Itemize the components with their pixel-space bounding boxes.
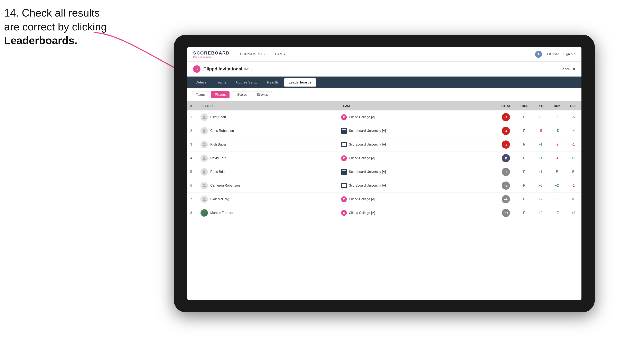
filter-bar: Teams Players Scores Strokes	[187, 88, 582, 101]
cell-total: E	[496, 152, 516, 165]
player-avatar	[200, 209, 208, 217]
svg-point-5	[203, 170, 205, 172]
team-icon-clippd: C	[341, 210, 347, 216]
tournament-subtitle: (Men)	[244, 67, 252, 71]
cell-total: -2	[496, 138, 516, 152]
cell-player: Cameron Robertson	[197, 179, 338, 192]
score-badge: -4	[502, 127, 510, 135]
cell-pos: 4	[187, 152, 197, 165]
cell-rd3: E	[565, 165, 582, 179]
cell-rd3: -5	[565, 110, 582, 124]
cell-pos: 1	[187, 110, 197, 124]
team-icon-clippd: C	[341, 114, 347, 120]
tab-leaderboards[interactable]: Leaderboards	[284, 78, 316, 87]
tabs-bar: Details Teams Course Setup Results Leade…	[187, 77, 582, 88]
player-avatar	[200, 127, 208, 135]
top-nav: SCOREBOARD Powered by clippd TOURNAMENTS…	[187, 47, 582, 62]
team-icon-clippd: C	[341, 196, 347, 202]
team-icon-scoreboard	[341, 169, 347, 175]
logo-text: SCOREBOARD	[193, 50, 230, 56]
cell-rd2: -2	[549, 138, 565, 152]
cell-team: Scoreboard University [A]	[338, 179, 496, 192]
cell-pos: 5	[187, 165, 197, 179]
cell-player: David Ford	[197, 152, 338, 165]
cell-team: Scoreboard University [A]	[338, 124, 496, 138]
instruction-text: 14. Check all results are correct by cli…	[4, 6, 107, 48]
player-avatar	[200, 114, 208, 121]
filter-teams[interactable]: Teams	[192, 91, 209, 98]
cell-team: CClippd College [A]	[338, 110, 496, 124]
cell-rd1: +5	[532, 179, 549, 192]
table-header-row: # PLAYER TEAM TOTAL THRU RD1 RD2 RD3	[187, 101, 582, 110]
team-icon-scoreboard	[341, 183, 347, 188]
team-name: Scoreboard University [A]	[349, 129, 386, 133]
score-badge: -8	[502, 113, 510, 121]
cell-player: Marcus Turners	[197, 206, 338, 220]
col-total: TOTAL	[496, 101, 516, 110]
nav-tournaments[interactable]: TOURNAMENTS	[238, 51, 265, 57]
table-row: 2Chris Robertson Scoreboard University […	[187, 124, 582, 138]
tab-teams[interactable]: Teams	[212, 78, 231, 87]
col-rd2: RD2	[549, 101, 565, 110]
col-thru: THRU	[516, 101, 532, 110]
cell-pos: 6	[187, 179, 197, 192]
tournament-icon: C	[193, 65, 200, 73]
cell-total: +1	[496, 165, 516, 179]
leaderboard-table: # PLAYER TEAM TOTAL THRU RD1 RD2 RD3 1El…	[187, 101, 582, 300]
player-avatar	[200, 182, 208, 189]
team-icon-scoreboard	[341, 142, 347, 147]
svg-point-2	[203, 129, 205, 131]
cell-pos: 3	[187, 138, 197, 152]
cell-player: Rich Butler	[197, 138, 338, 152]
instruction-line1: 14. Check all results	[4, 7, 100, 19]
svg-point-6	[203, 184, 205, 185]
col-player: PLAYER	[197, 101, 338, 110]
cell-total: -8	[496, 110, 516, 124]
player-name: Marcus Turners	[210, 211, 233, 215]
cell-thru: F	[516, 165, 532, 179]
player-name: Blair McHarg	[210, 197, 229, 201]
player-name: Rich Butler	[210, 143, 226, 146]
score-badge: -2	[502, 141, 510, 149]
cell-total: -4	[496, 124, 516, 138]
player-name: Rees Britt	[210, 170, 224, 174]
filter-strokes[interactable]: Strokes	[253, 91, 272, 98]
table-row: 6Cameron Robertson Scoreboard University…	[187, 179, 582, 192]
tab-details[interactable]: Details	[191, 78, 211, 87]
col-rd1: RD1	[532, 101, 549, 110]
cell-rd3: -1	[565, 138, 582, 152]
nav-links: TOURNAMENTS TEAMS	[238, 51, 535, 57]
cancel-button[interactable]: Cancel ✕	[559, 67, 575, 71]
cell-rd2: -6	[549, 110, 565, 124]
cell-rd3: -1	[565, 179, 582, 192]
cell-team: CClippd College [A]	[338, 206, 496, 220]
team-name: Scoreboard University [A]	[349, 170, 386, 174]
cell-team: CClippd College [A]	[338, 192, 496, 206]
team-name: Clippd College [A]	[349, 211, 375, 215]
filter-players[interactable]: Players	[211, 91, 230, 98]
team-name: Clippd College [A]	[349, 197, 375, 201]
cell-player: Blair McHarg	[197, 192, 338, 206]
tab-results[interactable]: Results	[263, 78, 283, 87]
svg-point-4	[203, 157, 205, 158]
cell-team: Scoreboard University [A]	[338, 165, 496, 179]
player-name: Cameron Robertson	[210, 184, 240, 187]
team-name: Clippd College [A]	[349, 115, 375, 119]
score-badge: E	[502, 154, 510, 162]
cell-pos: 8	[187, 206, 197, 220]
cell-rd3: +3	[565, 152, 582, 165]
team-name: Scoreboard University [A]	[349, 184, 386, 187]
cell-total: +11	[496, 206, 516, 220]
tournament-header: C Clippd Invitational (Men) Cancel ✕	[187, 62, 582, 77]
cell-team: Scoreboard University [A]	[338, 138, 496, 152]
cell-rd2: +1	[549, 192, 565, 206]
cell-rd1: +2	[532, 206, 549, 220]
tab-course-setup[interactable]: Course Setup	[232, 78, 262, 87]
table-row: 3Rich Butler Scoreboard University [A]-2…	[187, 138, 582, 152]
filter-scores[interactable]: Scores	[233, 91, 251, 98]
player-name: Chris Robertson	[210, 129, 234, 133]
tournament-title: Clippd Invitational	[203, 66, 242, 72]
signout-link[interactable]: Sign out	[563, 52, 575, 56]
nav-teams[interactable]: TEAMS	[273, 51, 285, 57]
cell-rd1: +3	[532, 110, 549, 124]
